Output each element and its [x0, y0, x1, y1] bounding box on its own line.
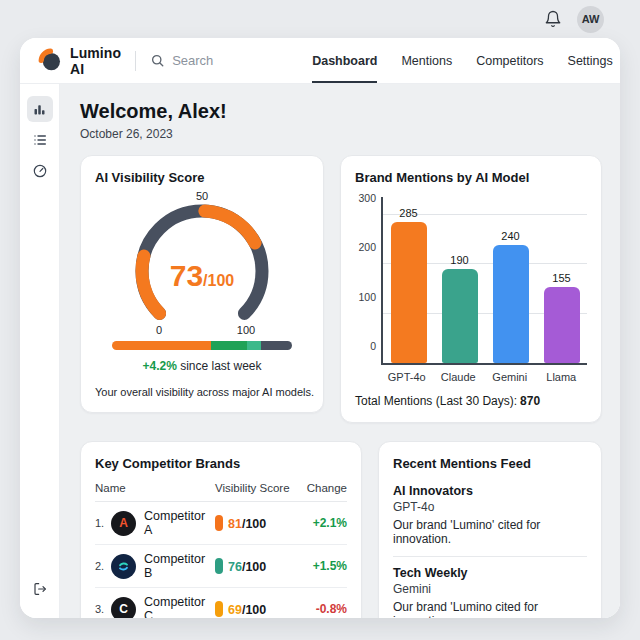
card-title: Recent Mentions Feed: [393, 456, 587, 471]
nav-tab-dashboard[interactable]: Dashboard: [312, 38, 377, 83]
progress-segment: [112, 341, 211, 350]
sidebar-item-logout[interactable]: [27, 576, 53, 602]
row-rank: 2.: [95, 560, 111, 572]
bar-value-label: 190: [450, 254, 468, 266]
bar-column: 155: [536, 272, 587, 363]
score-cell: 76/100: [215, 557, 301, 575]
search-input[interactable]: [172, 53, 312, 68]
sidebar-item-dashboard[interactable]: [27, 96, 53, 122]
table-row: 1. A Competitor A 81/100 +2.1%: [95, 502, 347, 545]
feed-source: AI Innovators: [393, 484, 587, 498]
feed-item: AI Innovators GPT-4o Our brand 'Lumino' …: [393, 475, 587, 557]
main-content: Welcome, Alex! October 26, 2023 AI Visib…: [60, 84, 620, 618]
card-title: Key Competitor Brands: [95, 456, 347, 471]
y-axis-labels: 0100200300: [355, 197, 381, 365]
row-rank: 1.: [95, 517, 111, 529]
bar: [391, 222, 427, 363]
feed-text: Our brand 'Lumino' cited for innovation.: [393, 518, 587, 546]
main-nav: Dashboard Mentions Competitors Settings: [312, 38, 613, 83]
app-window: Lumino AI Dashboard Mentions Competitors…: [20, 38, 620, 618]
brand-mentions-card: Brand Mentions by AI Model 0100200300 28…: [340, 155, 602, 423]
chart-plot-area: 285190240155: [381, 197, 587, 365]
gauge-score: 73/100: [170, 259, 235, 292]
y-tick-label: 200: [358, 241, 376, 253]
delta-line: +4.2% since last week: [95, 359, 309, 373]
col-change: Change: [301, 482, 347, 494]
search-icon: [150, 53, 165, 68]
table-row: 3. C Competitor C 69/100 -0.8%: [95, 588, 347, 618]
competitor-c-logo-icon: C: [111, 597, 136, 619]
sidebar-item-list[interactable]: [27, 127, 53, 153]
total-mentions: Total Mentions (Last 30 Days):870: [355, 394, 587, 408]
nav-tab-competitors[interactable]: Competitors: [476, 38, 543, 83]
bar-column: 190: [434, 254, 485, 363]
bar-value-label: 240: [501, 230, 519, 242]
feed-model: Gemini: [393, 582, 587, 596]
gauge-icon: [32, 163, 48, 179]
bar: [493, 245, 529, 363]
nav-tab-mentions[interactable]: Mentions: [401, 38, 452, 83]
visibility-progress-bar: [112, 341, 292, 350]
bar: [442, 269, 478, 363]
notification-bell-icon[interactable]: [543, 9, 563, 29]
y-tick-label: 0: [370, 340, 376, 352]
bar-column: 240: [485, 230, 536, 363]
col-name: Name: [95, 482, 215, 494]
mentions-bar-chart: 0100200300 285190240155: [355, 197, 587, 365]
page-date: October 26, 2023: [80, 127, 602, 141]
table-header: Name Visibility Score Change: [95, 482, 347, 502]
bar-column: 285: [383, 207, 434, 363]
feed-text: Our brand 'Lumino cited for innovation.: [393, 600, 587, 618]
score-cell: 81/100: [215, 514, 301, 532]
top-strip: AW: [0, 0, 640, 38]
change-value: +1.5%: [301, 559, 347, 573]
search-box: [150, 53, 312, 68]
col-score: Visibility Score: [215, 482, 301, 494]
sidebar-item-gauge[interactable]: [27, 158, 53, 184]
competitor-name: Competitor A: [144, 509, 215, 537]
x-tick-label: Gemini: [484, 371, 536, 383]
bar-value-label: 285: [399, 207, 417, 219]
gauge-tick-start: 0: [156, 324, 162, 336]
visibility-gauge: 50 73/100 0 100: [95, 187, 309, 339]
score-pill: [215, 515, 223, 531]
header-divider: [135, 51, 136, 71]
score-pill: [215, 601, 223, 617]
visibility-caption: Your overall visibility across major AI …: [95, 386, 309, 398]
feed-item: Tech Weekly Gemini Our brand 'Lumino cit…: [393, 557, 587, 618]
row-rank: 3.: [95, 603, 111, 615]
brand-name: Lumino AI: [70, 45, 121, 77]
x-tick-label: Llama: [536, 371, 588, 383]
x-axis-labels: GPT-4oClaudeGeminiLlama: [381, 371, 587, 383]
lumino-logo-icon: [38, 48, 63, 73]
logout-icon: [32, 581, 48, 597]
score-cell: 69/100: [215, 600, 301, 618]
progress-segment: [211, 341, 247, 350]
y-tick-label: 100: [358, 291, 376, 303]
progress-segment: [247, 341, 261, 350]
card-title: AI Visibility Score: [95, 170, 309, 185]
competitor-name: Competitor C: [144, 595, 215, 618]
bar-chart-icon: [32, 102, 47, 117]
competitors-card: Key Competitor Brands Name Visibility Sc…: [80, 441, 362, 618]
page-title: Welcome, Alex!: [80, 100, 602, 123]
y-tick-label: 300: [358, 192, 376, 204]
competitor-name: Competitor B: [144, 552, 215, 580]
nav-tab-settings[interactable]: Settings: [568, 38, 613, 83]
table-row: 2. Competitor B 76/100 +1.5%: [95, 545, 347, 588]
user-avatar[interactable]: AW: [577, 6, 604, 33]
gauge-tick-end: 100: [237, 324, 255, 336]
change-value: +2.1%: [301, 516, 347, 530]
card-title: Brand Mentions by AI Model: [355, 170, 587, 185]
x-tick-label: GPT-4o: [381, 371, 433, 383]
app-header: Lumino AI Dashboard Mentions Competitors…: [20, 38, 620, 84]
mentions-feed-card: Recent Mentions Feed AI Innovators GPT-4…: [378, 441, 602, 618]
progress-segment: [261, 341, 292, 350]
x-tick-label: Claude: [433, 371, 485, 383]
change-value: -0.8%: [301, 602, 347, 616]
gauge-tick-mid: 50: [196, 190, 208, 202]
sidebar: [20, 84, 60, 618]
visibility-score-card: AI Visibility Score 50 73/100 0 100: [80, 155, 324, 413]
feed-source: Tech Weekly: [393, 566, 587, 580]
feed-model: GPT-4o: [393, 500, 587, 514]
